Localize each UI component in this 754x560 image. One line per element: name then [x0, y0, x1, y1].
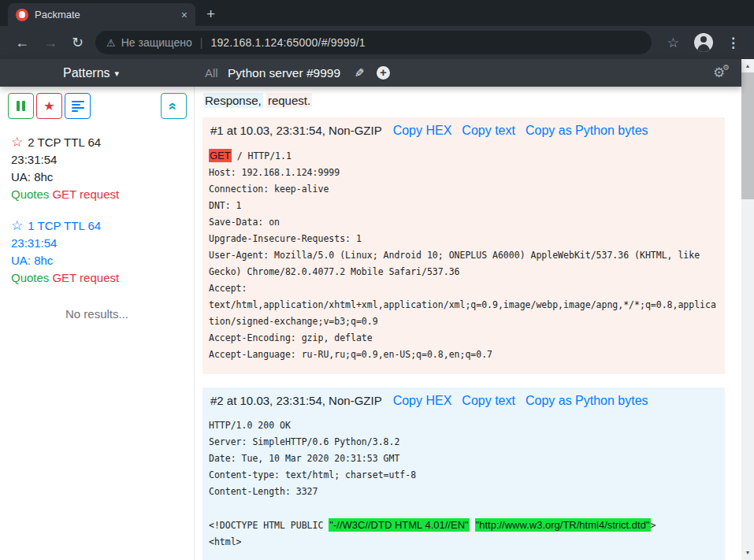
browser-tabstrip: Packmate × + — [0, 0, 754, 26]
back-icon[interactable]: ← — [15, 35, 29, 50]
copy-text-link[interactable]: Copy text — [462, 394, 515, 408]
stream-time: 23:31:54 — [11, 235, 194, 252]
pause-icon — [17, 101, 20, 111]
profile-avatar-icon[interactable] — [694, 33, 713, 52]
packet-title: #2 at 10.03, 23:31:54, Non-GZIP — [210, 394, 382, 407]
forward-icon[interactable]: → — [43, 35, 58, 50]
copy-hex-link[interactable]: Copy HEX — [393, 394, 452, 408]
pattern-tag-quotes: Quotes — [11, 187, 49, 201]
scroll-to-top-button[interactable]: « — [161, 93, 187, 119]
stream-title: 1 TCP TTL 64 — [28, 217, 101, 235]
bookmark-star-icon[interactable]: ☆ — [667, 35, 679, 51]
tab-title: Packmate — [35, 9, 175, 20]
packet-text: / HTTP/1.1 Host: 192.168.1.124:9999 Conn… — [209, 150, 716, 360]
no-results-text: No results... — [0, 307, 194, 321]
packet-request-block: #1 at 10.03, 23:31:54, Non-GZIP Copy HEX… — [202, 117, 725, 374]
stream-tags: QuotesGET request — [11, 269, 194, 287]
pattern-match-response: Response, — [203, 93, 263, 108]
sidebar: ★ « ☆ 2 TCP TTL 64 23:31:54 UA: 8hc Quot… — [0, 87, 195, 560]
favorite-star-icon[interactable]: ☆ — [11, 134, 23, 151]
chevron-down-icon: ▾ — [115, 67, 120, 79]
browser-tab[interactable]: Packmate × — [8, 3, 195, 26]
packet-body: HTTP/1.0 200 OK Server: SimpleHTTP/0.6 P… — [209, 417, 719, 551]
highlighted-match-get: GET — [209, 149, 232, 162]
stream-title: 2 TCP TTL 64 — [28, 134, 101, 151]
new-tab-button[interactable]: + — [206, 4, 215, 24]
matched-patterns-line: Response, request. — [203, 94, 741, 107]
stream-ua: UA: 8hc — [11, 252, 194, 269]
screen: Packmate × + ← → ↻ ⚠ Не защищено | 192.1… — [0, 0, 754, 560]
close-tab-icon[interactable]: × — [181, 9, 188, 20]
plus-circle-icon: + — [377, 66, 390, 80]
packet-response-block: #2 at 10.03, 23:31:54, Non-GZIP Copy HEX… — [202, 388, 725, 560]
gear-small-icon: ⚙ — [722, 63, 730, 72]
main-content: Response, request. #1 at 10.03, 23:31:54… — [195, 87, 741, 560]
stream-ua: UA: 8hc — [11, 169, 194, 186]
browser-menu-icon[interactable]: ⋮ — [726, 35, 740, 51]
service-title[interactable]: Python server #9999 — [228, 59, 340, 87]
pattern-tag-get-request: GET request — [52, 271, 119, 284]
scrollbar-up-arrow-icon[interactable]: ▲ — [741, 60, 754, 71]
stream-tags: QuotesGET request — [11, 186, 194, 203]
pause-button[interactable] — [8, 93, 34, 119]
packet-title: #1 at 10.03, 23:31:54, Non-GZIP — [210, 124, 382, 137]
packet-text: HTTP/1.0 200 OK Server: SimpleHTTP/0.6 P… — [209, 420, 416, 531]
align-left-icon — [72, 101, 84, 112]
copy-python-bytes-link[interactable]: Copy as Python bytes — [526, 394, 648, 408]
edit-pencil-icon[interactable]: ✎ — [355, 59, 365, 87]
pattern-tag-quotes: Quotes — [11, 271, 49, 284]
nav-all[interactable]: All — [205, 59, 218, 87]
reload-icon[interactable]: ↻ — [72, 35, 84, 50]
address-bar[interactable]: ⚠ Не защищено | 192.168.1.124:65000/#/99… — [95, 31, 652, 54]
favorites-filter-button[interactable]: ★ — [36, 93, 62, 119]
page-scrollbar[interactable]: ▲ ▼ — [741, 59, 754, 560]
packmate-favicon-icon — [16, 9, 28, 21]
url-separator: | — [200, 36, 203, 49]
scrollbar-thumb[interactable] — [741, 72, 754, 199]
add-service-button[interactable]: + — [377, 59, 390, 87]
patterns-label: Patterns — [63, 66, 110, 80]
double-chevron-up-icon: « — [166, 102, 180, 109]
copy-text-link[interactable]: Copy text — [462, 124, 515, 138]
highlighted-match-quote: "-//W3C//DTD HTML 4.01//EN" — [329, 518, 469, 532]
stream-list-item[interactable]: ☆ 2 TCP TTL 64 23:31:54 UA: 8hc QuotesGE… — [11, 134, 194, 203]
pattern-tag-get-request: GET request — [52, 187, 119, 201]
star-icon: ★ — [43, 98, 54, 113]
stream-time: 23:31:54 — [11, 151, 194, 169]
highlighted-match-quote: "http://www.w3.org/TR/html4/strict.dtd" — [475, 518, 651, 532]
settings-button[interactable]: ⚙ ⚙ — [713, 59, 732, 87]
pattern-match-request: request. — [266, 93, 312, 108]
browser-toolbar: ← → ↻ ⚠ Не защищено | 192.168.1.124:6500… — [0, 26, 754, 59]
copy-hex-link[interactable]: Copy HEX — [393, 124, 452, 138]
list-view-button[interactable] — [65, 93, 91, 119]
url-text: 192.168.1.124:65000/#/9999/1 — [210, 36, 365, 49]
stream-list-item-active[interactable]: ☆ 1 TCP TTL 64 23:31:54 UA: 8hc QuotesGE… — [11, 217, 194, 287]
packet-header: #1 at 10.03, 23:31:54, Non-GZIP Copy HEX… — [209, 122, 719, 138]
packet-body: GET / HTTP/1.1 Host: 192.168.1.124:9999 … — [209, 147, 719, 363]
patterns-dropdown[interactable]: Patterns ▾ — [63, 59, 119, 87]
app-header: Patterns ▾ All Python server #9999 ✎ + ⚙… — [0, 59, 741, 87]
not-secure-warning-icon[interactable]: ⚠ — [106, 37, 116, 49]
copy-python-bytes-link[interactable]: Copy as Python bytes — [526, 124, 648, 138]
favorite-star-icon[interactable]: ☆ — [11, 217, 23, 235]
scrollbar-down-arrow-icon[interactable]: ▼ — [741, 547, 754, 558]
sidebar-toolbar: ★ — [8, 93, 91, 119]
packet-header: #2 at 10.03, 23:31:54, Non-GZIP Copy HEX… — [209, 392, 719, 408]
security-label: Не защищено — [121, 36, 192, 49]
